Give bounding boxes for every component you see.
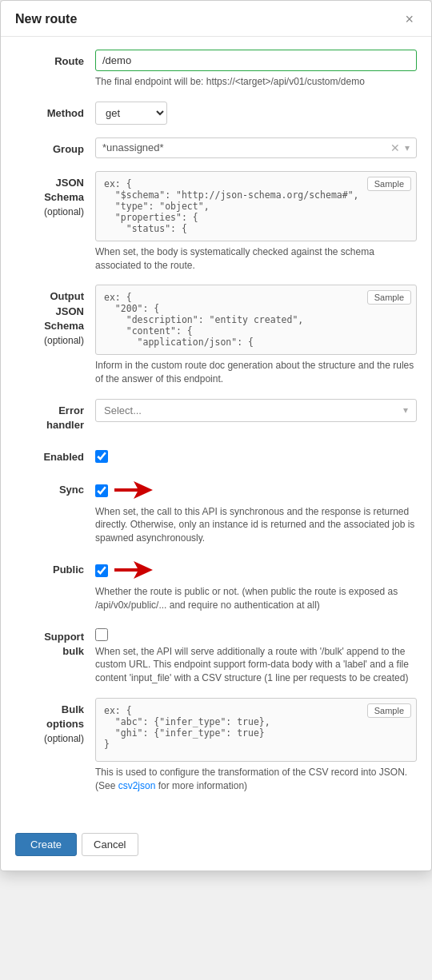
json-schema-sample-btn[interactable]: Sample xyxy=(367,177,411,191)
sync-row: Sync When set, the call to this API is s… xyxy=(15,478,417,545)
public-hint: Whether the route is public or not. (whe… xyxy=(95,585,417,612)
group-label: Group xyxy=(15,137,95,157)
public-label: Public xyxy=(15,558,95,577)
bulk-options-code-box: Sample ex: { "abc": {"infer_type": true}… xyxy=(95,698,417,762)
bulk-options-content: Sample ex: { "abc": {"infer_type": true}… xyxy=(95,698,417,793)
json-schema-code: ex: { "$schema": "http://json-schema.org… xyxy=(104,178,408,234)
sync-checkbox-wrap xyxy=(95,478,417,501)
bulk-options-hint: This is used to configure the transforma… xyxy=(95,766,417,793)
route-hint: The final endpoint will be: https://<tar… xyxy=(95,75,417,89)
bulk-options-hint-link[interactable]: csv2json xyxy=(118,780,156,791)
cancel-button[interactable]: Cancel xyxy=(82,833,138,856)
svg-rect-1 xyxy=(114,488,138,492)
enabled-row: Enabled xyxy=(15,445,417,464)
create-button[interactable]: Create xyxy=(15,833,77,856)
output-json-schema-code: ex: { "200": { "description": "entity cr… xyxy=(104,292,408,348)
output-json-schema-sample-btn[interactable]: Sample xyxy=(367,290,411,305)
bulk-options-hint-end: for more information) xyxy=(155,780,247,791)
support-bulk-content: When set, the API will serve additionall… xyxy=(95,625,417,685)
json-schema-label: JSONSchema(optional) xyxy=(15,171,95,220)
group-content: *unassigned* ✕ ▾ xyxy=(95,137,417,158)
route-row: Route The final endpoint will be: https:… xyxy=(15,50,417,89)
bulk-options-row: Bulkoptions(optional) Sample ex: { "abc"… xyxy=(15,698,417,793)
support-bulk-checkbox[interactable] xyxy=(95,628,108,641)
method-label: Method xyxy=(15,102,95,121)
error-handler-placeholder: Select... xyxy=(104,404,403,416)
group-select-wrap[interactable]: *unassigned* ✕ ▾ xyxy=(95,137,417,158)
group-chevron-icon[interactable]: ▾ xyxy=(405,142,410,153)
modal-title: New route xyxy=(15,12,77,26)
modal-header: New route × xyxy=(1,1,431,37)
json-schema-hint: When set, the body is systematically che… xyxy=(95,245,417,273)
json-schema-content: Sample ex: { "$schema": "http://json-sch… xyxy=(95,171,417,273)
support-bulk-hint: When set, the API will serve additionall… xyxy=(95,645,417,685)
support-bulk-checkbox-wrap xyxy=(95,625,417,641)
group-clear-icon[interactable]: ✕ xyxy=(390,141,400,154)
method-content: get post put delete patch xyxy=(95,102,417,125)
enabled-checkbox-wrap xyxy=(95,447,417,463)
sync-label: Sync xyxy=(15,478,95,497)
group-row: Group *unassigned* ✕ ▾ xyxy=(15,137,417,158)
support-bulk-label: Supportbulk xyxy=(15,625,95,659)
json-schema-code-box: Sample ex: { "$schema": "http://json-sch… xyxy=(95,171,417,241)
json-schema-row: JSONSchema(optional) Sample ex: { "$sche… xyxy=(15,171,417,273)
output-json-schema-label: OutputJSONSchema(optional) xyxy=(15,285,95,348)
error-handler-label: Errorhandler xyxy=(15,399,95,432)
error-handler-chevron-icon: ▾ xyxy=(403,404,408,416)
group-value: *unassigned* xyxy=(102,141,390,153)
error-handler-select[interactable]: Select... ▾ xyxy=(95,399,417,422)
enabled-label: Enabled xyxy=(15,445,95,464)
error-handler-content: Select... ▾ xyxy=(95,399,417,422)
output-json-schema-content: Sample ex: { "200": { "description": "en… xyxy=(95,285,417,386)
sync-arrow-icon xyxy=(114,481,153,499)
public-checkbox[interactable] xyxy=(95,564,108,577)
output-json-schema-hint: Inform in the custom route doc generatio… xyxy=(95,359,417,386)
modal-footer: Create Cancel xyxy=(1,825,431,870)
public-content: Whether the route is public or not. (whe… xyxy=(95,558,417,612)
public-row: Public Whether the route is public or no… xyxy=(15,558,417,612)
sync-hint: When set, the call to this API is synchr… xyxy=(95,505,417,545)
public-checkbox-wrap xyxy=(95,558,417,581)
support-bulk-row: Supportbulk When set, the API will serve… xyxy=(15,625,417,685)
enabled-checkbox[interactable] xyxy=(95,450,108,463)
method-select[interactable]: get post put delete patch xyxy=(95,102,167,125)
new-route-modal: New route × Route The final endpoint wil… xyxy=(0,0,432,871)
route-label: Route xyxy=(15,50,95,69)
bulk-options-label: Bulkoptions(optional) xyxy=(15,698,95,747)
public-arrow-icon xyxy=(114,561,153,579)
enabled-content xyxy=(95,447,417,463)
output-json-schema-row: OutputJSONSchema(optional) Sample ex: { … xyxy=(15,285,417,386)
route-content: The final endpoint will be: https://<tar… xyxy=(95,50,417,89)
output-json-schema-code-box: Sample ex: { "200": { "description": "en… xyxy=(95,285,417,355)
sync-arrow-indicator xyxy=(114,481,153,501)
route-input[interactable] xyxy=(95,50,417,71)
bulk-options-code: ex: { "abc": {"infer_type": true}, "ghi"… xyxy=(104,705,408,750)
bulk-options-sample-btn[interactable]: Sample xyxy=(367,703,411,718)
modal-body: Route The final endpoint will be: https:… xyxy=(1,37,431,819)
public-arrow-indicator xyxy=(114,561,153,581)
svg-rect-3 xyxy=(114,568,138,572)
error-handler-row: Errorhandler Select... ▾ xyxy=(15,399,417,432)
sync-content: When set, the call to this API is synchr… xyxy=(95,478,417,545)
method-row: Method get post put delete patch xyxy=(15,102,417,125)
sync-checkbox[interactable] xyxy=(95,484,108,497)
close-button[interactable]: × xyxy=(402,12,417,26)
